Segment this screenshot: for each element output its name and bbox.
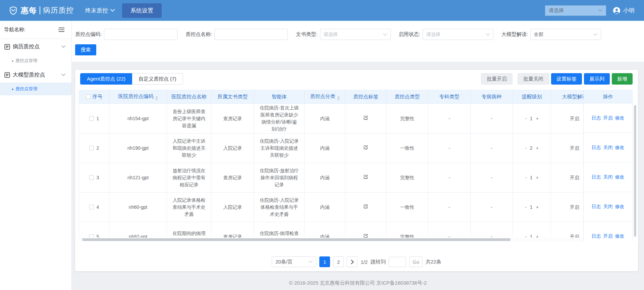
select-value: 请选择 [426,32,440,38]
enable-status-select[interactable]: 请选择 [423,29,493,40]
show-columns-button[interactable]: 展示列 [584,73,610,85]
cell-specialty: - [428,163,471,193]
batch-enable-button[interactable]: 批量开启 [481,73,513,85]
filter-label: 大模型解读: [501,31,528,38]
cell-specialty: - [428,134,471,163]
action-link[interactable]: 开启 [603,233,613,239]
action-link[interactable]: 日志 [592,233,601,239]
qc-code-input[interactable] [104,29,177,40]
header-org-select[interactable]: 请选择 [545,5,606,16]
nav-menu-label: 终末质控 [85,7,108,14]
action-link[interactable]: 修改 [615,204,625,210]
remind-increase-button[interactable]: + [535,145,539,151]
cell-doc-type: 查房记录 [211,222,254,238]
cell-remind-level: -1+ [513,222,551,238]
doc-type-select[interactable]: 请选择 [320,29,391,40]
username: 小明 [623,7,635,14]
cell-category: 内涵 [305,104,345,134]
action-link[interactable]: 修改 [615,115,625,121]
action-link[interactable]: 修改 [615,145,625,151]
cell-actions: 日志开启修改 [584,103,632,133]
remind-increase-button[interactable]: + [535,234,539,238]
add-new-button[interactable]: 新增 [612,73,633,85]
edit-tag-icon[interactable] [363,203,369,209]
sort-icon[interactable] [337,96,340,100]
cell-remind-level: -1+ [513,104,551,134]
edit-tag-icon[interactable] [363,115,369,120]
column-header-code[interactable]: 医院质控点编码 [109,90,167,104]
action-link[interactable]: 日志 [592,204,601,210]
action-link[interactable]: 开启 [603,115,613,121]
next-page-button[interactable] [347,256,358,267]
action-link[interactable]: 日志 [592,174,601,180]
bullet-icon: • [12,58,13,63]
cell-remind-level: -1+ [513,163,551,193]
sidebar-nav-label: 导航名称: [4,27,25,33]
sort-icon[interactable] [155,96,158,100]
menu-collapse-icon[interactable] [58,27,65,32]
remind-decrease-button[interactable]: - [524,116,527,121]
action-link[interactable]: 关闭 [603,174,613,180]
row-checkbox[interactable] [89,175,94,180]
remind-decrease-button[interactable]: - [524,204,527,210]
action-link[interactable]: 日志 [592,115,601,121]
remind-decrease-button[interactable]: - [524,234,527,238]
column-header-tag: 质控点标签 [345,90,386,104]
page-button-2[interactable]: 2 [333,256,344,267]
go-button[interactable]: Go [409,256,423,267]
edit-tag-icon[interactable] [363,174,369,180]
cell-index: 4 [79,193,109,222]
remind-decrease-button[interactable]: - [524,145,527,151]
system-settings-button[interactable]: 系统设置 [122,3,162,18]
row-checkbox[interactable] [89,116,94,121]
column-header-remind-level: 提醒级别 [513,90,551,104]
remind-increase-button[interactable]: + [535,175,539,180]
nav-menu-terminal-qc[interactable]: 终末质控 [85,7,115,14]
llm-interpret-select[interactable]: 全部 [530,29,601,40]
action-link[interactable]: 修改 [615,174,625,180]
vertical-scrollbar-thumb[interactable] [634,105,636,237]
action-link[interactable]: 关闭 [603,145,613,151]
search-button[interactable]: 搜索 [75,44,96,55]
jump-page-input[interactable] [389,257,406,267]
cell-actions: 日志开启修改 [584,222,632,242]
select-all-checkbox[interactable] [86,94,91,99]
row-checkbox[interactable] [89,146,94,150]
cell-category: 内涵 [305,193,345,222]
remind-level-value: 1 [530,175,533,180]
row-checkbox[interactable] [89,234,94,238]
sidebar-group-llm-qc[interactable]: 大模型质控点 [0,67,71,83]
filter-label: 文书类型: [296,31,317,38]
action-link[interactable]: 修改 [615,233,625,239]
column-header-category[interactable]: 质控点分类 [305,90,345,104]
sidebar-item-qc-point-management-1[interactable]: • 质控点管理 [0,54,71,67]
table-header-row: 序号 医院质控点编码 医院质控点名称 所属文书类型 智能体 质控点分类 质控点标… [79,90,584,104]
batch-disable-button[interactable]: 批量关闭 [518,73,549,85]
action-link[interactable]: 关闭 [603,204,613,210]
qc-name-input[interactable] [214,29,288,40]
remind-decrease-button[interactable]: - [524,175,527,180]
remind-increase-button[interactable]: + [535,116,539,121]
tab-agent-qc-points[interactable]: Agent质控点 (22) [80,73,132,85]
set-tags-button[interactable]: 设置标签 [551,73,582,85]
filter-label: 启用状态: [399,31,420,38]
cell-agent: 住院病历-入院记录体格检查结果与手术史矛盾 [254,193,305,222]
cell-name: 放射治疗情况在病程记录中需有相应记录 [167,163,211,193]
qc-table: 序号 医院质控点编码 医院质控点名称 所属文书类型 智能体 质控点分类 质控点标… [79,90,583,238]
filter-field-qc-code: 质控点编码: [75,29,177,40]
tab-custom-qc-points[interactable]: 自定义质控点 (7) [132,73,183,85]
sidebar-item-qc-point-management-2[interactable]: • 质控点管理 [0,83,71,95]
row-checkbox[interactable] [89,205,94,209]
remind-level-value: 1 [530,116,533,121]
horizontal-scrollbar-thumb[interactable] [82,238,511,241]
edit-tag-icon[interactable] [363,144,369,150]
user-menu[interactable]: 小明 [613,7,635,14]
horizontal-scrollbar[interactable] [79,238,583,242]
page-button-1[interactable]: 1 [319,256,330,267]
edit-tag-icon[interactable] [363,233,369,238]
filter-field-doc-type: 文书类型: 请选择 [296,29,390,40]
action-link[interactable]: 日志 [592,145,601,151]
page-size-select[interactable]: 20条/页 [272,256,316,267]
remind-increase-button[interactable]: + [535,204,539,210]
sidebar-group-medical-record-qc[interactable]: 病历质控点 [0,39,71,54]
